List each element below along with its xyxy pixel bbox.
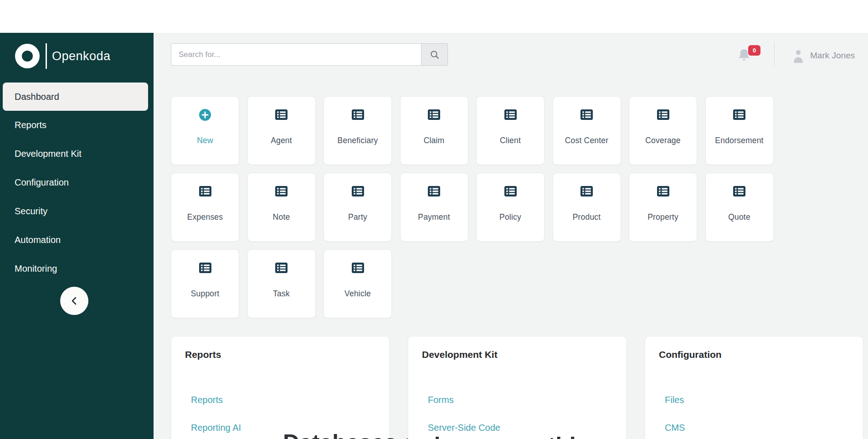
entity-card-party[interactable]: Party xyxy=(324,173,392,242)
entity-card-label: Property xyxy=(647,212,678,222)
top-white-band xyxy=(0,0,868,33)
table-list-icon xyxy=(732,185,746,197)
sidebar-item-reports[interactable]: Reports xyxy=(0,111,154,139)
entity-card-endorsement[interactable]: Endorsement xyxy=(705,96,774,165)
table-list-icon xyxy=(580,185,594,197)
entity-card-agent[interactable]: Agent xyxy=(247,96,316,165)
sidebar-item-label: Development Kit xyxy=(15,149,82,159)
table-list-icon xyxy=(274,108,288,121)
entity-card-label: Task xyxy=(273,289,290,299)
panel-links: FormsServer-Side Code xyxy=(422,394,612,434)
sidebar-nav: DashboardReportsDevelopment KitConfigura… xyxy=(0,83,154,283)
entity-card-label: Party xyxy=(348,212,367,222)
entity-card-label: Quote xyxy=(728,212,750,222)
entity-card-quote[interactable]: Quote xyxy=(705,173,774,242)
entity-card-label: Policy xyxy=(499,212,521,222)
table-list-icon xyxy=(351,185,365,197)
panel-title: Configuration xyxy=(659,349,849,360)
table-list-icon xyxy=(580,108,594,121)
table-list-icon xyxy=(427,108,441,121)
sidebar-item-label: Automation xyxy=(15,235,61,245)
entity-card-task[interactable]: Task xyxy=(247,249,316,318)
entity-card-label: New xyxy=(197,136,213,145)
sidebar-item-label: Security xyxy=(15,206,47,217)
sidebar-collapse-button[interactable] xyxy=(60,287,88,315)
entity-card-label: Endorsement xyxy=(715,136,763,145)
entity-card-beneficiary[interactable]: Beneficiary xyxy=(324,96,392,165)
sidebar-item-label: Reports xyxy=(15,120,46,130)
entity-card-policy[interactable]: Policy xyxy=(476,173,544,242)
entity-card-label: Support xyxy=(191,289,220,299)
table-list-icon xyxy=(198,185,212,197)
entity-card-payment[interactable]: Payment xyxy=(400,173,468,242)
panel-title: Reports xyxy=(185,349,375,360)
table-list-icon xyxy=(198,262,212,274)
user-menu[interactable]: Mark Jones xyxy=(793,47,855,64)
entity-card-claim[interactable]: Claim xyxy=(400,96,468,165)
panel-title: Development Kit xyxy=(422,349,612,360)
app-root: Openkoda DashboardReportsDevelopment Kit… xyxy=(0,0,868,439)
search-icon xyxy=(429,49,440,60)
entity-card-label: Client xyxy=(500,136,521,145)
sidebar-item-automation[interactable]: Automation xyxy=(0,226,154,254)
sidebar-item-configuration[interactable]: Configuration xyxy=(0,168,154,197)
entity-card-note[interactable]: Note xyxy=(247,173,316,242)
panel-link-forms[interactable]: Forms xyxy=(428,394,612,406)
panel-links: FilesCMS xyxy=(659,394,849,434)
entity-card-product[interactable]: Product xyxy=(553,173,621,242)
entity-card-cost-center[interactable]: Cost Center xyxy=(553,96,621,165)
sidebar-item-monitoring[interactable]: Monitoring xyxy=(0,254,154,283)
table-list-icon xyxy=(351,262,365,274)
chevron-left-icon xyxy=(69,296,79,306)
sidebar-item-label: Monitoring xyxy=(15,263,57,274)
entity-card-label: Note xyxy=(273,212,290,222)
entity-card-expenses[interactable]: Expenses xyxy=(171,173,239,242)
panel-configuration: ConfigurationFilesCMS xyxy=(645,336,863,439)
logo-divider xyxy=(46,43,47,69)
entity-card-property[interactable]: Property xyxy=(629,173,697,242)
entity-card-support[interactable]: Support xyxy=(171,249,239,318)
panel-links: ReportsReporting AI xyxy=(185,394,375,434)
sidebar-item-label: Dashboard xyxy=(15,92,59,102)
sidebar: Openkoda DashboardReportsDevelopment Kit… xyxy=(0,33,154,439)
entity-card-label: Coverage xyxy=(645,136,680,145)
panel-reports: ReportsReportsReporting AIDatabases and xyxy=(171,336,390,439)
notifications-button[interactable]: 0 xyxy=(737,47,761,67)
table-list-icon xyxy=(656,185,670,197)
table-list-icon xyxy=(274,262,288,274)
panel-development-kit: Development KitFormsServer-Side Codedone… xyxy=(408,336,627,439)
panel-link-cms[interactable]: CMS xyxy=(665,422,849,434)
table-list-icon xyxy=(503,185,518,197)
sidebar-item-security[interactable]: Security xyxy=(0,197,154,226)
entity-card-vehicle[interactable]: Vehicle xyxy=(324,249,392,318)
sidebar-item-dashboard[interactable]: Dashboard xyxy=(3,83,148,111)
search-input[interactable] xyxy=(171,43,421,66)
entity-card-label: Agent xyxy=(271,136,292,145)
entity-card-coverage[interactable]: Coverage xyxy=(629,96,697,165)
panel-link-files[interactable]: Files xyxy=(665,394,849,406)
table-list-icon xyxy=(656,108,670,121)
panel-cutoff-text: done smoothly xyxy=(426,432,589,439)
table-list-icon xyxy=(351,108,365,121)
entity-card-label: Vehicle xyxy=(344,289,371,299)
openkoda-logo[interactable]: Openkoda xyxy=(15,43,111,69)
table-list-icon xyxy=(274,185,288,197)
plus-circle-icon xyxy=(199,108,211,121)
entity-card-label: Product xyxy=(573,212,601,222)
entity-card-label: Beneficiary xyxy=(338,136,378,145)
notification-badge: 0 xyxy=(748,45,760,56)
entity-card-new[interactable]: New xyxy=(171,96,239,165)
user-name: Mark Jones xyxy=(810,51,855,61)
panel-link-reports[interactable]: Reports xyxy=(191,394,375,406)
search-button[interactable] xyxy=(421,43,448,66)
entity-card-label: Payment xyxy=(418,212,450,222)
table-list-icon xyxy=(427,185,441,197)
entity-card-label: Claim xyxy=(424,136,445,145)
sidebar-item-development-kit[interactable]: Development Kit xyxy=(0,139,154,168)
entity-card-label: Cost Center xyxy=(565,136,609,145)
entity-card-client[interactable]: Client xyxy=(476,96,544,165)
table-list-icon xyxy=(732,108,746,121)
sidebar-item-label: Configuration xyxy=(15,177,69,188)
table-list-icon xyxy=(503,108,518,121)
entity-card-label: Expenses xyxy=(187,212,223,222)
